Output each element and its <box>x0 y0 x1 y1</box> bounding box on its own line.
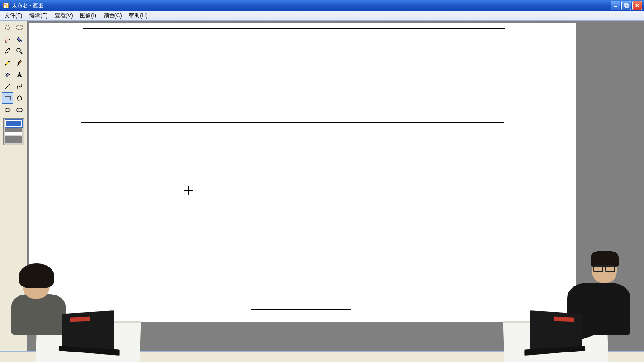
svg-rect-19 <box>17 108 22 112</box>
rounded-rect-tool[interactable] <box>14 104 25 115</box>
app-icon <box>3 2 9 9</box>
right-gutter <box>603 21 644 362</box>
line-tool[interactable] <box>2 81 13 92</box>
svg-rect-8 <box>17 25 22 29</box>
menu-file[interactable]: 文件(F) <box>1 11 26 20</box>
status-coordinates: 313, 367 <box>526 352 644 362</box>
close-button[interactable] <box>632 1 642 10</box>
canvas-viewport[interactable] <box>27 21 603 362</box>
drawn-rectangle <box>251 30 351 310</box>
toolbox: A <box>0 21 27 362</box>
polygon-tool[interactable] <box>14 92 25 104</box>
fill-outline-only[interactable] <box>5 120 22 127</box>
svg-point-14 <box>5 75 6 76</box>
drawn-rectangle <box>81 74 504 123</box>
status-help-text: ，单击“帮助主题”。 <box>0 353 526 361</box>
svg-rect-2 <box>6 5 8 7</box>
menu-view[interactable]: 查看(V) <box>51 11 76 20</box>
menu-help[interactable]: 帮助(H) <box>125 11 151 20</box>
svg-line-16 <box>5 84 10 89</box>
magnifier-tool[interactable] <box>14 45 25 57</box>
ellipse-tool[interactable] <box>2 104 13 115</box>
window-controls <box>611 1 642 10</box>
brush-tool[interactable] <box>14 57 25 68</box>
svg-point-12 <box>5 73 6 74</box>
svg-rect-17 <box>5 96 10 100</box>
canvas[interactable] <box>29 23 578 324</box>
svg-line-11 <box>20 52 22 54</box>
menu-image[interactable]: 图像(I) <box>76 11 99 20</box>
svg-point-9 <box>9 48 10 50</box>
svg-rect-5 <box>625 5 628 7</box>
fill-outline-filled[interactable] <box>5 128 22 135</box>
eraser-tool[interactable] <box>2 33 13 45</box>
rect-select-tool[interactable] <box>14 22 25 33</box>
svg-rect-4 <box>625 4 627 6</box>
svg-text:A: A <box>17 71 22 78</box>
svg-rect-1 <box>5 4 6 6</box>
fill-solid[interactable] <box>5 136 22 143</box>
curve-tool[interactable] <box>14 81 25 92</box>
eyedropper-tool[interactable] <box>2 45 13 57</box>
maximize-button[interactable] <box>621 1 631 10</box>
menubar: 文件(F) 编辑(E) 查看(V) 图像(I) 颜色(C) 帮助(H) <box>0 11 644 21</box>
app-window: 未命名 - 画图 文件(F) 编辑(E) 查看(V) 图像(I) 颜色(C) 帮… <box>0 0 644 362</box>
menu-colors[interactable]: 颜色(C) <box>100 11 126 20</box>
fill-style-panel <box>3 118 24 145</box>
svg-point-18 <box>5 108 10 112</box>
free-select-tool[interactable] <box>2 22 13 33</box>
statusbar: ，单击“帮助主题”。 313, 367 <box>0 351 644 362</box>
airbrush-tool[interactable] <box>2 69 13 80</box>
text-tool[interactable]: A <box>14 69 25 80</box>
menu-edit[interactable]: 编辑(E) <box>26 11 51 20</box>
window-title: 未命名 - 画图 <box>12 2 44 10</box>
pencil-tool[interactable] <box>2 57 13 68</box>
rectangle-tool[interactable] <box>2 92 13 104</box>
minimize-button[interactable] <box>611 1 620 10</box>
fill-tool[interactable] <box>14 33 25 45</box>
svg-point-10 <box>17 48 20 52</box>
main-area: A <box>0 21 644 362</box>
titlebar: 未命名 - 画图 <box>0 0 644 11</box>
svg-point-13 <box>5 74 5 75</box>
